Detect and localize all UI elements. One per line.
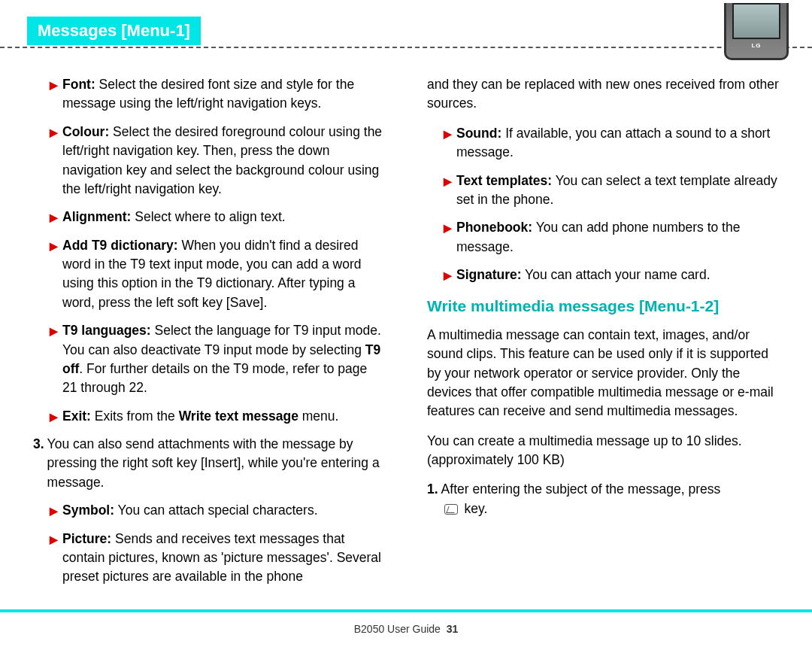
phone-brand-label: LG <box>726 42 786 49</box>
softkey-icon <box>444 504 458 515</box>
mms-intro: A multimedia message can contain text, i… <box>427 326 779 421</box>
bullet-icon: ▶ <box>444 268 452 284</box>
bullet-t9-languages: ▶ T9 languages: Select the language for … <box>50 321 385 398</box>
phone-illustration: LG <box>719 0 794 57</box>
bullet-icon: ▶ <box>50 503 58 520</box>
manual-page: Messages [Menu-1] LG ▶ Font: Select the … <box>0 0 812 650</box>
picture-continuation: and they can be replaced with new ones r… <box>427 75 779 114</box>
bullet-sound: ▶ Sound: If available, you can attach a … <box>444 124 779 162</box>
step-3: 3. You can also send attachments with th… <box>33 435 385 492</box>
footer-text: B2050 User Guide 31 <box>0 623 812 635</box>
bullet-icon: ▶ <box>50 77 58 114</box>
bullet-icon: ▶ <box>444 126 452 162</box>
bullet-exit: ▶ Exit: Exits from the Write text messag… <box>50 407 385 426</box>
header-divider <box>0 47 812 48</box>
bullet-icon: ▶ <box>444 174 452 210</box>
bullet-signature: ▶ Signature: You can attach your name ca… <box>444 266 779 284</box>
bullet-icon: ▶ <box>444 220 452 257</box>
bullet-add-t9: ▶ Add T9 dictionary: When you didn't fin… <box>50 236 385 313</box>
step-1: 1. After entering the subject of the mes… <box>427 480 779 518</box>
bullet-icon: ▶ <box>50 210 58 226</box>
bullet-icon: ▶ <box>50 409 58 426</box>
bullet-icon: ▶ <box>50 238 58 313</box>
bullet-picture: ▶ Picture: Sends and receives text messa… <box>50 530 385 587</box>
bullet-icon: ▶ <box>50 125 58 199</box>
bullet-phonebook: ▶ Phonebook: You can add phone numbers t… <box>444 218 779 257</box>
footer-divider <box>0 609 812 612</box>
left-column: ▶ Font: Select the desired font size and… <box>0 69 406 596</box>
bullet-alignment: ▶ Alignment: Select where to align text. <box>50 208 385 226</box>
mms-limit: You can create a multimedia message up t… <box>427 432 779 470</box>
bullet-icon: ▶ <box>50 532 58 587</box>
right-column: and they can be replaced with new ones r… <box>406 69 812 596</box>
bullet-text-templates: ▶ Text templates: You can select a text … <box>444 172 779 210</box>
section-title-tab: Messages [Menu-1] <box>27 17 201 45</box>
content-area: ▶ Font: Select the desired font size and… <box>0 69 812 596</box>
bullet-font: ▶ Font: Select the desired font size and… <box>50 75 385 114</box>
subsection-heading: Write multimedia messages [Menu-1-2] <box>427 295 779 317</box>
bullet-colour: ▶ Colour: Select the desired foreground … <box>50 123 385 199</box>
bullet-icon: ▶ <box>50 323 58 398</box>
bullet-symbol: ▶ Symbol: You can attach special charact… <box>50 501 385 520</box>
